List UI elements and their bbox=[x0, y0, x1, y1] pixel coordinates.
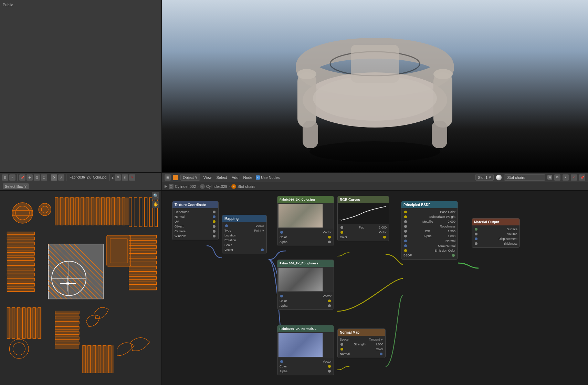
socket-roughness bbox=[404, 225, 407, 228]
editor-type-icon[interactable]: ⊞ bbox=[2, 174, 8, 181]
material-name-field[interactable]: Stof chairs bbox=[504, 174, 545, 181]
node-row-camera: Camera bbox=[175, 229, 216, 234]
slot-arrow: ∨ bbox=[489, 175, 491, 180]
new-material-icon[interactable]: + bbox=[563, 174, 569, 181]
svg-rect-8 bbox=[351, 45, 399, 83]
node-row-img3-vector: Vector bbox=[280, 359, 332, 364]
snap-icon[interactable]: ⊕ bbox=[27, 174, 33, 181]
socket-subsurface bbox=[404, 215, 407, 218]
overlay-icon[interactable]: ⊙ bbox=[41, 174, 47, 181]
paste-icon[interactable]: ⎘ bbox=[122, 174, 128, 181]
pan-tool[interactable]: ✋ bbox=[152, 201, 159, 208]
node-menu[interactable]: Node bbox=[242, 175, 254, 180]
node-editor: ⊞ ○ Object ∨ View Select Add Node ✓ Use … bbox=[162, 172, 588, 385]
svg-rect-106 bbox=[55, 197, 129, 225]
image1-title: Fabric036_2K_Color.jpg bbox=[280, 198, 315, 201]
node-toolbar-right: Slot 1 ∨ Stof chairs 4 ⧉ + ✕ 📌 bbox=[475, 174, 585, 181]
view-menu[interactable]: View bbox=[202, 175, 213, 180]
close-icon[interactable]: ✕ bbox=[129, 174, 135, 181]
select-menu[interactable]: Select bbox=[215, 175, 228, 180]
image1-body: Vector Color Alpha bbox=[277, 229, 334, 246]
node-editor-toolbar: ⊞ ○ Object ∨ View Select Add Node ✓ Use … bbox=[162, 173, 588, 182]
image-texture-2-node[interactable]: Fabric036_2K_Roughness Vector Color Alph… bbox=[277, 260, 334, 310]
normal-map-title: Normal Map bbox=[340, 331, 359, 334]
node-count-badge: 4 bbox=[547, 175, 552, 180]
public-label: Public bbox=[3, 3, 13, 7]
view-icon[interactable]: ≡ bbox=[9, 174, 15, 181]
socket-camera bbox=[213, 230, 216, 233]
zoom-tool[interactable]: 🔍 bbox=[152, 192, 159, 200]
delete-material-icon[interactable]: ✕ bbox=[571, 174, 577, 181]
stretch-icon[interactable]: ⤢ bbox=[58, 174, 64, 181]
object-mode-icon: ○ bbox=[173, 175, 178, 180]
normal-map-header: Normal Map bbox=[338, 329, 385, 336]
use-nodes-checkbox[interactable]: ✓ bbox=[256, 175, 260, 180]
node-row-ior: IOR 1.500 bbox=[403, 229, 455, 234]
svg-point-104 bbox=[12, 203, 33, 223]
mapping-node[interactable]: Mapping Vector TypePoint ∨ Location Rota… bbox=[222, 215, 267, 254]
node-canvas: Texture Coordinate Generated Normal UV O… bbox=[162, 191, 588, 385]
pin-icon[interactable]: 📌 bbox=[19, 174, 25, 181]
breadcrumb-expand-icon[interactable]: ▶ bbox=[165, 184, 167, 189]
render-viewport bbox=[162, 0, 588, 172]
node-row-thickness: Thickness bbox=[474, 241, 517, 246]
socket-bsdf-out bbox=[452, 254, 455, 257]
copy-icon[interactable]: ⧉ bbox=[115, 174, 121, 181]
breadcrumb-item-3[interactable]: Stof chairs bbox=[238, 184, 255, 189]
node-row-img3-alpha: Alpha bbox=[280, 369, 332, 374]
use-nodes-toggle[interactable]: ✓ Use Nodes bbox=[256, 175, 280, 180]
image2-body: Vector Color Alpha bbox=[277, 292, 334, 310]
svg-rect-112 bbox=[83, 345, 114, 373]
svg-rect-109 bbox=[55, 311, 79, 349]
normal-map-node[interactable]: Normal Map SpaceTangent ∨ Strength 1.000… bbox=[337, 328, 386, 358]
uv-editor-top: Public bbox=[0, 0, 162, 172]
node-row-metallic: Metallic 0.000 bbox=[403, 219, 455, 224]
socket-generated bbox=[213, 211, 216, 213]
image1-preview-img bbox=[279, 204, 323, 227]
pin-material-icon[interactable]: 📌 bbox=[579, 174, 585, 181]
texture-coord-node[interactable]: Texture Coordinate Generated Normal UV O… bbox=[172, 201, 219, 240]
material-output-node[interactable]: Material Output Surface Volume Displacem… bbox=[472, 218, 520, 248]
node-row-base-color: Base Color bbox=[403, 210, 455, 214]
socket-img2-vector bbox=[280, 295, 283, 297]
socket-nm-color bbox=[340, 348, 343, 351]
side-tools: 🔍 ✋ bbox=[152, 192, 159, 208]
image-texture-1-node[interactable]: Fabric036_2K_Color.jpg Vector Color Alph… bbox=[277, 196, 334, 246]
svg-rect-107 bbox=[7, 232, 34, 292]
add-menu[interactable]: Add bbox=[230, 175, 240, 180]
curves-graph-svg bbox=[338, 203, 389, 224]
node-row-surface: Surface bbox=[474, 227, 517, 232]
copy-material-icon[interactable]: ⧉ bbox=[554, 174, 560, 181]
svg-point-105 bbox=[39, 203, 51, 216]
sync-icon[interactable]: ⟳ bbox=[51, 174, 57, 181]
breadcrumb-sep-2: › bbox=[229, 184, 230, 189]
image2-title: Fabric036_2K_Roughness bbox=[280, 262, 318, 265]
breadcrumb-item-2[interactable]: Cylinder.029 bbox=[206, 184, 227, 189]
socket-coat-normal bbox=[404, 244, 407, 247]
select-box-label: Select Box bbox=[5, 184, 23, 189]
breadcrumb-item-1[interactable]: Cylinder.002 bbox=[175, 184, 196, 189]
socket-displacement bbox=[475, 237, 477, 240]
node-row-vector-in: Vector bbox=[224, 223, 264, 228]
rgb-curves-node[interactable]: RGB Curves Fac 1.000 Color Color bbox=[337, 196, 389, 241]
socket-curves-fac bbox=[340, 226, 343, 229]
socket-img3-color bbox=[328, 365, 331, 368]
mode-icon[interactable]: ⊡ bbox=[34, 174, 40, 181]
node-row-object: Object bbox=[175, 224, 216, 229]
principled-body: Base Color Subsurface Weight Metallic 0.… bbox=[401, 208, 458, 259]
socket-normal-out bbox=[213, 215, 216, 218]
object-mode-dropdown[interactable]: Object ∨ bbox=[180, 174, 200, 181]
separator-3 bbox=[66, 174, 66, 181]
socket-vector-in bbox=[225, 224, 228, 227]
principled-bsdf-node[interactable]: Principled BSDF Base Color Subsurface We… bbox=[401, 201, 458, 260]
slot-dropdown[interactable]: Slot 1 ∨ bbox=[475, 174, 494, 181]
image-texture-3-node[interactable]: Fabric036_2K_NormalGL Vector Color Alpha bbox=[277, 325, 334, 375]
svg-rect-116 bbox=[338, 203, 389, 224]
separator-1 bbox=[17, 174, 18, 181]
socket-curves-color-in bbox=[340, 231, 343, 234]
output-body: Surface Volume Displacement Thickness bbox=[472, 225, 519, 247]
uv-mesh-canvas bbox=[0, 191, 162, 385]
node-editor-type-icon[interactable]: ⊞ bbox=[165, 174, 171, 181]
node-row-img1-vector: Vector bbox=[280, 230, 332, 235]
select-box-button[interactable]: Select Box ∨ bbox=[3, 183, 29, 189]
